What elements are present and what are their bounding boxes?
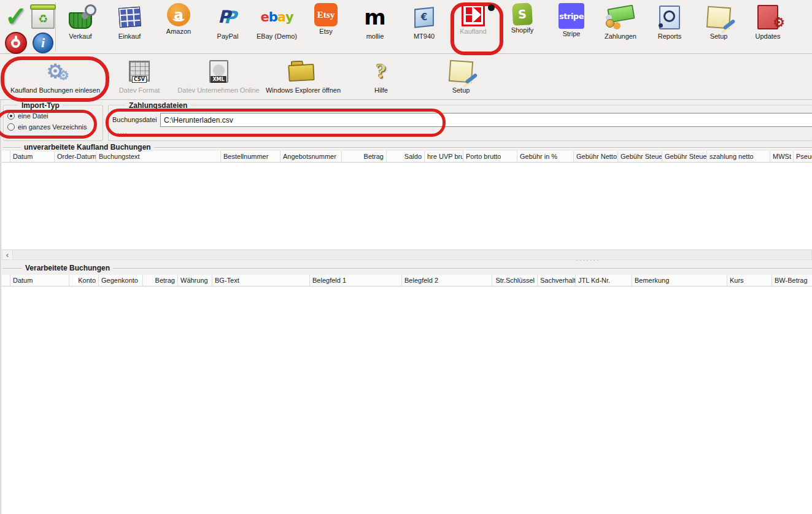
column-header-belegfeld-2[interactable]: Belegfeld 2 — [402, 275, 492, 286]
buchungsdatei-input[interactable] — [160, 113, 812, 127]
quick-actions: ✓ ♻ i — [0, 0, 55, 53]
unprocessed-table-title: unverarbeitete Kaufland Buchungen — [21, 143, 154, 152]
column-header-gebühr-steuer[interactable]: Gebühr Steuer — [662, 151, 707, 162]
toolbar-item-kaufland-buchungen-einlesen[interactable]: Kaufland Buchungen einlesen — [2, 57, 108, 99]
toolbar-item-setup[interactable]: Setup — [441, 57, 481, 99]
import-typ-group: Import-Typ eine Datei ein ganzes Verzeic… — [3, 105, 103, 141]
toolbar-item-label: Hilfe — [374, 86, 388, 94]
check-glyph: ✓ — [5, 4, 28, 29]
column-header-blank[interactable] — [2, 151, 10, 162]
recycle-bin-icon[interactable]: ♻ — [29, 2, 56, 31]
column-header-buchungstext[interactable]: Buchungstext — [96, 151, 221, 162]
buchungsdatei-label: Buchungsdatei — [112, 116, 157, 123]
column-header-saldo[interactable]: Saldo — [387, 151, 425, 162]
confirm-check-icon[interactable]: ✓ — [2, 2, 29, 31]
column-header-pseud[interactable]: Pseud — [794, 151, 812, 162]
column-header-währung[interactable]: Währung — [178, 275, 212, 286]
toolbar-item-windows-explorer-öffnen[interactable]: Windows Explorer öffnen — [265, 57, 342, 99]
stripe-logo-icon: stripe — [559, 3, 584, 29]
toolbar-item-zahlungen[interactable]: Zahlungen — [596, 3, 645, 53]
toolbar-item-ebay-demo[interactable]: ebayEBay (Demo) — [252, 3, 301, 53]
column-header-blank[interactable] — [2, 275, 10, 286]
toolbar-item-hilfe[interactable]: ?Hilfe — [363, 57, 400, 99]
toolbar-item-paypal[interactable]: PPayPal — [203, 3, 252, 53]
toolbar-item-label: Reports — [658, 33, 682, 40]
column-header-konto[interactable]: Konto — [69, 275, 99, 286]
unprocessed-table-body[interactable] — [2, 163, 812, 249]
toolbar-item-label: Etsy — [319, 28, 332, 35]
toolbar-item-label: Amazon — [166, 28, 191, 35]
toolbar-item-mt940[interactable]: €MT940 — [400, 3, 449, 53]
toolbar-item-updates[interactable]: Updates — [743, 3, 792, 53]
toolbar-item-datev-unternehmen-online[interactable]: XMLDatev Unternehmen Online — [175, 57, 262, 99]
column-header-belegfeld-1[interactable]: Belegfeld 1 — [310, 275, 402, 286]
paypal-logo-icon: P — [206, 3, 250, 31]
horizontal-scrollbar[interactable]: ‹ — [2, 250, 812, 260]
column-header-mwst[interactable]: MWSt — [770, 151, 794, 162]
unprocessed-table-header: DatumOrder-DatumBuchungstextBestellnumme… — [2, 151, 812, 163]
column-header-order-datum[interactable]: Order-Datum — [55, 151, 96, 162]
column-header-datum[interactable]: Datum — [10, 275, 69, 286]
column-header-betrag[interactable]: Betrag — [143, 275, 178, 286]
datev-xml-icon: XML — [196, 57, 241, 85]
power-icon[interactable] — [2, 31, 29, 55]
power-stem — [15, 36, 17, 42]
column-header-gebühr-in[interactable]: Gebühr in % — [517, 151, 574, 162]
toolbar-item-label: Zahlungen — [605, 33, 636, 40]
column-header-kurs[interactable]: Kurs — [727, 275, 772, 286]
toolbar-item-label: Einkauf — [118, 33, 141, 40]
power-circle — [5, 32, 27, 54]
column-header-bestellnummer[interactable]: Bestellnummer — [221, 151, 280, 162]
toolbar-item-datev-format[interactable]: CSVDatev Format — [113, 57, 166, 99]
column-header-jtl-kd-nr[interactable]: JTL Kd-Nr. — [576, 275, 632, 286]
column-header-angebotsnummer[interactable]: Angebotsnummer — [280, 151, 342, 162]
toolbar-item-etsy[interactable]: EtsyEtsy — [301, 3, 350, 53]
info-circle: i — [33, 33, 53, 53]
column-header-bg-text[interactable]: BG-Text — [212, 275, 310, 286]
toolbar-item-label: Windows Explorer öffnen — [266, 86, 341, 94]
mt940-cube-icon: € — [402, 3, 446, 31]
column-header-sachverhalt[interactable]: Sachverhalt — [538, 275, 576, 286]
toolbar-item-label: Stripe — [563, 30, 581, 37]
column-header-betrag[interactable]: Betrag — [342, 151, 387, 162]
toolbar-item-mollie[interactable]: mmollie — [350, 3, 400, 53]
ebay-logo-icon: ebay — [255, 3, 299, 31]
scroll-track[interactable] — [13, 250, 811, 259]
radio-button[interactable] — [7, 123, 15, 131]
processed-table-title: Verarbeitete Buchungen — [22, 264, 113, 272]
toolbar-item-einkauf[interactable]: Einkauf — [105, 3, 154, 53]
toolbar-item-setup[interactable]: Setup — [694, 3, 743, 53]
column-header-porto-brutto[interactable]: Porto brutto — [463, 151, 517, 162]
toolbar-item-reports[interactable]: Reports — [645, 3, 694, 53]
column-header-datum[interactable]: Datum — [10, 151, 55, 162]
radio-label: eine Datei — [18, 112, 48, 120]
column-header-str-schlüssel[interactable]: Str.Schlüssel — [492, 275, 538, 286]
processed-table-body[interactable] — [2, 286, 812, 514]
splitter-grip[interactable]: ······· — [576, 256, 600, 264]
column-header-szahlung-netto[interactable]: szahlung netto — [707, 151, 770, 162]
toolbar-item-amazon[interactable]: aAmazon — [154, 3, 203, 53]
scroll-left-button[interactable]: ‹ — [2, 250, 13, 259]
toolbar-item-label: Kaufland — [460, 28, 486, 35]
main-toolbar: ✓ ♻ i VerkaufEinkaufaAmazonPPayPalebayEB… — [0, 0, 812, 54]
toolbar-items: VerkaufEinkaufaAmazonPPayPalebayEBay (De… — [56, 0, 792, 53]
toolbar-item-stripe[interactable]: stripeStripe — [547, 3, 596, 53]
info-icon[interactable]: i — [29, 31, 56, 55]
info-glyph: i — [41, 35, 45, 51]
column-header-hre-uvp-brutto[interactable]: hre UVP brutto — [425, 151, 463, 162]
help-question-icon: ? — [359, 57, 403, 85]
column-header-bw-betrag[interactable]: BW-Betrag — [772, 275, 812, 286]
kaufland-logo-icon — [462, 3, 485, 26]
radio-eine-datei[interactable]: eine Datei — [7, 112, 48, 120]
toolbar-item-shopify[interactable]: SShopify — [498, 3, 547, 53]
radio-ganzes-verzeichnis[interactable]: ein ganzes Verzeichnis — [7, 123, 87, 131]
toolbar-item-verkauf[interactable]: Verkauf — [56, 3, 105, 53]
radio-button[interactable] — [7, 112, 15, 120]
toolbar-item-label: Setup — [710, 33, 728, 40]
mollie-logo-icon: m — [353, 3, 397, 31]
column-header-gegenkonto[interactable]: Gegenkonto — [99, 275, 143, 286]
column-header-gebühr-steuer[interactable]: Gebühr Steuer — [618, 151, 662, 162]
column-header-gebühr-netto[interactable]: Gebühr Netto — [574, 151, 618, 162]
column-header-bemerkung[interactable]: Bemerkung — [632, 275, 727, 286]
toolbar-item-kaufland[interactable]: Kaufland — [449, 3, 498, 53]
